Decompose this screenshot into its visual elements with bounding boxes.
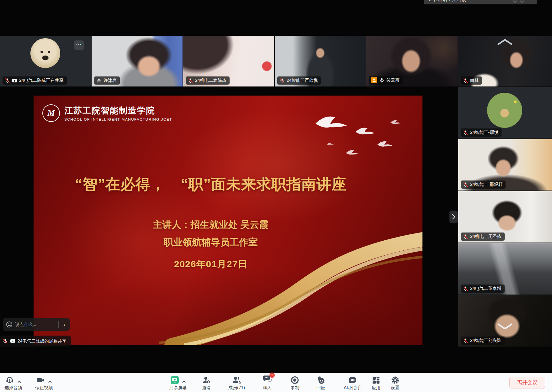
ai-assistant-icon (348, 376, 357, 384)
participant-name-pill: 吴云霞 (369, 76, 403, 85)
school-name-en: SCHOOL OF INTELLIGENT MANUFACTURING.JCET (64, 118, 172, 121)
gold-ribbon-graphic (159, 220, 422, 345)
dove-icon (377, 138, 393, 150)
school-name-cn: 江苏工院智能制造学院 (64, 105, 172, 116)
dove-icon (390, 118, 401, 126)
participant-name: 白林 (470, 78, 479, 83)
mic-muted-icon (188, 78, 193, 83)
participant-tile-shaoyuxuan[interactable]: 24智能一 邵煜轩 (458, 139, 552, 191)
speaking-banner: 正在讲话：吴云霞 (424, 0, 537, 4)
stop-video-button[interactable]: 停止视频 (35, 375, 53, 391)
participant-name: 许沐岩 (104, 78, 117, 83)
participant-name-pill: 许沐岩 (94, 76, 120, 85)
toolbar-label: 停止视频 (35, 385, 53, 391)
participant-name-pill: 24智能三刘兴隆 (461, 337, 505, 345)
toolbar-label: 邀请 (202, 385, 211, 391)
dove-icon (326, 141, 335, 147)
select-audio-button[interactable]: 选择音频 (4, 375, 22, 391)
members-button[interactable]: 成员(71) (228, 375, 245, 391)
record-button[interactable]: 录制 (290, 375, 299, 391)
dove-icon (314, 110, 348, 135)
camera-icon (36, 376, 45, 384)
dove-icon (355, 124, 375, 139)
screen-share-indicator: 24电气二陈成的屏幕共享 (0, 336, 71, 347)
toolbar-label: 选择音频 (4, 385, 22, 391)
mic-muted-icon (279, 78, 285, 83)
invite-button[interactable]: 邀请 (202, 375, 211, 391)
tile-more-button[interactable]: ⋯ (74, 40, 84, 50)
record-icon (290, 376, 299, 384)
participant-name-pill: 24电气二董奉增 (461, 285, 505, 293)
participant-name: 24电气二陈成正在共享 (19, 78, 64, 83)
toolbar-label: 聊天 (263, 385, 272, 391)
chevron-right-icon (452, 214, 455, 220)
shared-screen-slide: M 江苏工院智能制造学院 SCHOOL OF INTELLIGENT MANUF… (34, 96, 422, 345)
mic-muted-icon (3, 338, 8, 344)
chat-placeholder: 说点什么... (15, 322, 58, 327)
chat-unread-badge: 1 (269, 373, 275, 378)
screen-share-icon (10, 338, 15, 344)
reaction-icon (316, 376, 326, 384)
screen-share-icon (12, 78, 17, 83)
participant-tile-liuxinglong[interactable]: 24智能三刘兴隆 (458, 295, 552, 347)
mic-muted-icon (463, 234, 468, 239)
mic-muted-icon (463, 130, 468, 135)
toolbar-label: AI小助手 (344, 385, 361, 391)
reactions-button[interactable]: 回应 (316, 375, 326, 391)
toolbar-label: 设置 (391, 385, 400, 391)
ai-assistant-button[interactable]: AI小助手 (344, 375, 361, 391)
chevron-up-icon[interactable] (48, 380, 52, 383)
dove-icon (345, 148, 359, 158)
participant-name: 24智能三-缪悦 (470, 130, 498, 135)
participant-name-pill: 24智能一 邵煜轩 (461, 180, 506, 189)
toolbar-label: 应用 (372, 385, 380, 391)
chat-button[interactable]: 1 聊天 (263, 375, 272, 391)
collapse-panel-button[interactable] (449, 211, 458, 223)
participant-name: 24智能三刘兴隆 (470, 338, 502, 343)
toolbar-label: 共享屏幕 (169, 385, 187, 391)
banner-collapse-icon[interactable] (512, 0, 524, 4)
toolbar-label: 录制 (290, 385, 299, 391)
participant-name: 24机电一周圣依 (470, 234, 502, 239)
participant-tile-dongfengzeng[interactable]: 24电气二董奉增 (458, 243, 552, 295)
share-screen-icon (170, 376, 179, 384)
participant-name: 24电气二董奉增 (470, 286, 502, 291)
school-logo-icon: M (42, 104, 60, 122)
quick-chat-input[interactable]: 说点什么... ‹ (3, 318, 70, 331)
members-icon (232, 376, 241, 384)
participant-tile-wuyunxia-active-speaker[interactable]: 吴云霞 (366, 36, 458, 86)
leave-meeting-button[interactable]: 离开会议 (509, 377, 545, 389)
chevron-up-icon[interactable] (182, 380, 186, 383)
mic-muted-icon (463, 286, 468, 291)
chevron-up-icon[interactable] (17, 380, 21, 383)
participant-tile-chencheng[interactable]: ⋯ 24电气二陈成正在共享 (0, 36, 91, 86)
mic-on-icon (379, 78, 385, 83)
mic-muted-icon (463, 338, 468, 343)
share-screen-button[interactable]: 共享屏幕 (169, 375, 187, 391)
settings-gear-icon (391, 376, 400, 384)
participant-tile-xumuyan[interactable]: 许沐岩 (92, 36, 183, 86)
settings-button[interactable]: 设置 (391, 375, 400, 391)
scroll-down-icon[interactable] (497, 322, 513, 332)
emoji-icon[interactable] (6, 321, 13, 328)
participant-tile-miaoyue[interactable]: 24智能三-缪悦 (458, 87, 552, 139)
scroll-up-icon[interactable] (497, 38, 513, 48)
participant-tile-zhoushengyi[interactable]: 24机电一周圣依 (458, 191, 552, 243)
apps-button[interactable]: 应用 (372, 375, 380, 391)
participant-name: 24机电二袁陈杰 (195, 78, 226, 83)
toolbar-label: 回应 (316, 385, 325, 391)
participant-name-pill: 24电气二陈成正在共享 (3, 76, 67, 85)
bottom-toolbar: 选择音频 停止视频 共享屏幕 邀请 成员(7 (0, 373, 552, 392)
participant-tile-yuanchenjie[interactable]: 24机电二袁陈杰 (183, 36, 274, 86)
invite-icon (202, 376, 211, 384)
speaking-banner-text: 正在讲话：吴云霞 (428, 0, 466, 4)
toolbar-label: 成员(71) (228, 385, 245, 391)
participant-name-pill: 白林 (461, 76, 482, 85)
chat-collapse-button[interactable]: ‹ (59, 321, 70, 328)
participant-name-pill: 24机电一周圣依 (461, 233, 505, 241)
participant-name: 吴云霞 (386, 77, 400, 83)
participant-tile-yanxinyue[interactable]: 24智能三严欣悦 (275, 36, 366, 86)
slide-logo-row: M 江苏工院智能制造学院 SCHOOL OF INTELLIGENT MANUF… (42, 104, 172, 122)
participant-name: 24智能一 邵煜轩 (470, 182, 502, 187)
apps-icon (372, 376, 380, 384)
